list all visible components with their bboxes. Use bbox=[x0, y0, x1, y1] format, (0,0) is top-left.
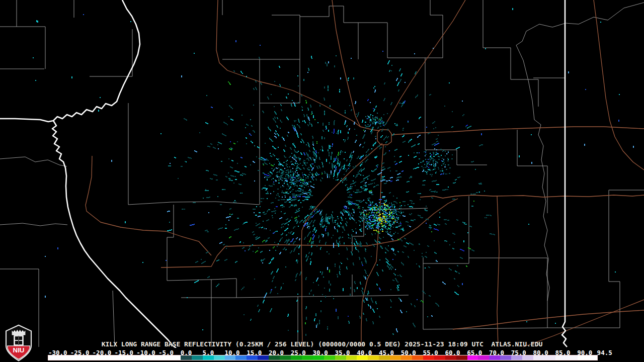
niu-logo: NIU bbox=[4, 324, 33, 362]
radar-echoes bbox=[33, 8, 634, 336]
radar-map bbox=[0, 0, 644, 362]
radar-product-title: KILX LONG RANGE BASE REFLECTIVITY (0.25K… bbox=[0, 340, 644, 348]
scale-label: 94.5 bbox=[597, 349, 612, 356]
radar-viewer-screen: KILX LONG RANGE BASE REFLECTIVITY (0.25K… bbox=[0, 0, 644, 362]
reflectivity-colorbar bbox=[48, 355, 598, 360]
niu-logo-text: NIU bbox=[13, 346, 24, 354]
reflectivity-scale: -30.0-25.0-20.0-15.0-10.0-5.00.05.010.01… bbox=[0, 348, 644, 362]
niu-castle-icon bbox=[12, 330, 26, 346]
highway-lines bbox=[86, 0, 644, 347]
